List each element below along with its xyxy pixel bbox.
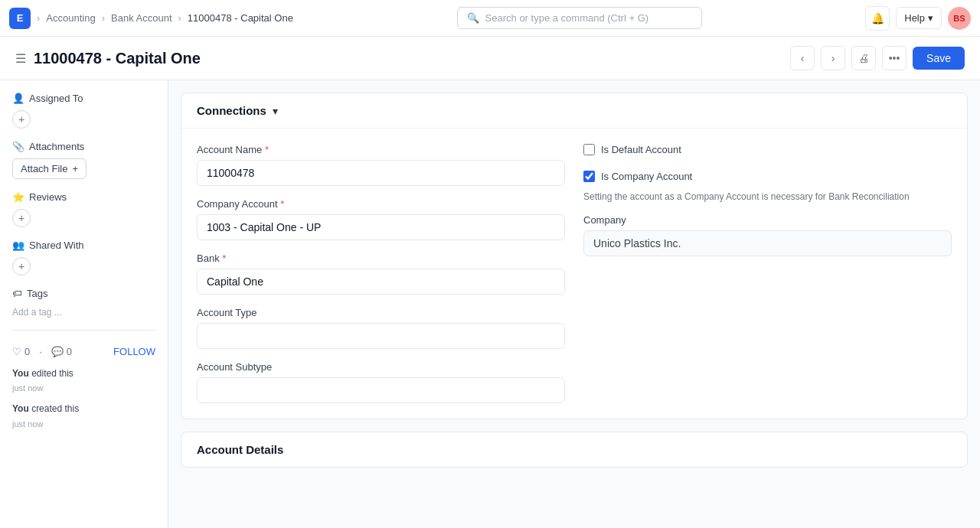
- add-shared-with-button[interactable]: +: [12, 257, 31, 275]
- print-icon: 🖨: [858, 52, 869, 64]
- shared-with-section: 👥 Shared With +: [12, 240, 155, 275]
- breadcrumb-separator-2: ›: [102, 12, 105, 24]
- tags-title: 🏷 Tags: [12, 288, 155, 299]
- search-area: 🔍 Search or type a command (Ctrl + G): [293, 7, 865, 29]
- help-button[interactable]: Help ▾: [896, 7, 942, 29]
- bank-input[interactable]: [197, 269, 565, 295]
- activity-item-2: You created this just now: [12, 402, 155, 431]
- chevron-down-icon: ▾: [928, 12, 933, 24]
- connections-title: Connections: [197, 104, 266, 117]
- next-button[interactable]: ›: [821, 46, 845, 70]
- activity-2-action: created this: [31, 403, 79, 414]
- search-placeholder-text: Search or type a command (Ctrl + G): [485, 12, 649, 24]
- breadcrumb-current: 11000478 - Capital One: [188, 12, 293, 24]
- activity-1-action: edited this: [31, 368, 74, 379]
- help-label: Help: [904, 12, 925, 24]
- notifications-button[interactable]: 🔔: [865, 6, 890, 31]
- company-input[interactable]: [583, 230, 952, 256]
- tags-section: 🏷 Tags Add a tag ...: [12, 288, 155, 318]
- menu-icon[interactable]: ☰: [15, 51, 26, 66]
- follow-button[interactable]: FOLLOW: [113, 346, 155, 357]
- reviews-section: ⭐ Reviews +: [12, 191, 155, 227]
- is-company-account-label: Is Company Account: [601, 171, 692, 182]
- account-subtype-input[interactable]: [197, 377, 565, 403]
- account-type-group: Account Type: [197, 307, 565, 349]
- bank-required: *: [222, 253, 226, 264]
- activity-1-you: You: [12, 368, 29, 379]
- title-area: ☰ 11000478 - Capital One: [15, 50, 201, 67]
- bank-label: Bank *: [197, 253, 565, 264]
- print-button[interactable]: 🖨: [851, 46, 876, 70]
- connections-chevron-icon: ▾: [273, 105, 278, 117]
- company-group: Company: [583, 214, 952, 256]
- attach-file-button[interactable]: Attach File +: [12, 158, 87, 179]
- account-type-input[interactable]: [197, 323, 565, 349]
- account-name-required: *: [265, 144, 269, 155]
- person-icon: 👤: [12, 93, 24, 104]
- company-account-input[interactable]: [197, 214, 565, 240]
- is-default-account-label: Is Default Account: [601, 144, 681, 155]
- search-bar[interactable]: 🔍 Search or type a command (Ctrl + G): [457, 7, 702, 29]
- plus-icon: +: [72, 163, 78, 174]
- bank-group: Bank *: [197, 253, 565, 295]
- account-details-header[interactable]: Account Details: [181, 432, 967, 467]
- sidebar: 👤 Assigned To + 📎 Attachments Attach Fil…: [0, 80, 168, 528]
- is-company-account-checkbox[interactable]: [583, 171, 595, 182]
- breadcrumb-separator-1: ›: [37, 12, 40, 24]
- is-company-account-hint: Setting the account as a Company Account…: [583, 191, 952, 202]
- page-actions: ‹ › 🖨 ••• Save: [790, 46, 965, 70]
- reviews-title: ⭐ Reviews: [12, 191, 155, 203]
- is-company-account-row: Is Company Account: [583, 171, 952, 182]
- chevron-right-icon: ›: [831, 52, 835, 64]
- connections-card-header[interactable]: Connections ▾: [181, 93, 967, 129]
- activity-1-time: just now: [12, 383, 43, 393]
- attach-file-label: Attach File: [21, 163, 67, 174]
- is-default-account-checkbox[interactable]: [583, 144, 595, 155]
- connections-form-left: Account Name * Company Account *: [197, 144, 565, 403]
- is-default-account-group: Is Default Account: [583, 144, 952, 158]
- sidebar-divider: [12, 330, 155, 331]
- account-name-group: Account Name *: [197, 144, 565, 186]
- attachments-section: 📎 Attachments Attach File +: [12, 141, 155, 179]
- comments-count: 0: [67, 346, 72, 357]
- save-button[interactable]: Save: [913, 47, 965, 70]
- topnav-right-actions: 🔔 Help ▾ BS: [865, 6, 971, 31]
- add-review-button[interactable]: +: [12, 209, 31, 227]
- company-account-label: Company Account *: [197, 198, 565, 210]
- is-default-account-row: Is Default Account: [583, 144, 952, 155]
- heart-icon: ♡: [12, 346, 21, 357]
- comments-area[interactable]: 💬 0: [51, 346, 72, 357]
- main-layout: 👤 Assigned To + 📎 Attachments Attach Fil…: [0, 80, 980, 528]
- activity-item-1: You edited this just now: [12, 367, 155, 396]
- likes-count: 0: [24, 346, 30, 357]
- account-type-label: Account Type: [197, 307, 565, 318]
- more-options-button[interactable]: •••: [882, 46, 906, 70]
- connections-form-grid: Account Name * Company Account *: [197, 144, 952, 403]
- company-account-group: Company Account *: [197, 198, 565, 240]
- activity-2-time: just now: [12, 419, 43, 429]
- account-details-title: Account Details: [197, 443, 283, 456]
- add-assigned-to-button[interactable]: +: [12, 110, 31, 129]
- tag-icon: 🏷: [12, 288, 22, 299]
- avatar[interactable]: BS: [948, 7, 971, 30]
- account-details-card: Account Details: [181, 432, 968, 468]
- connections-card-body: Account Name * Company Account *: [181, 129, 967, 419]
- breadcrumb-area: E › Accounting › Bank Account › 11000478…: [9, 8, 293, 29]
- breadcrumb-bank-account[interactable]: Bank Account: [111, 12, 172, 24]
- assigned-to-section: 👤 Assigned To +: [12, 93, 155, 129]
- account-name-input[interactable]: [197, 160, 565, 186]
- breadcrumb-separator-3: ›: [178, 12, 181, 24]
- sidebar-footer: ♡ 0 · 💬 0 FOLLOW You edited this just no…: [12, 340, 155, 432]
- connections-form-right: Is Default Account Is Company Account Se…: [583, 144, 952, 403]
- add-tag-text[interactable]: Add a tag ...: [12, 307, 62, 318]
- likes-area[interactable]: ♡ 0: [12, 346, 30, 357]
- chevron-left-icon: ‹: [801, 52, 805, 64]
- activity-2-you: You: [12, 403, 29, 414]
- prev-button[interactable]: ‹: [790, 46, 815, 70]
- page-title: 11000478 - Capital One: [34, 50, 201, 67]
- ellipsis-icon: •••: [889, 52, 900, 64]
- page-header: ☰ 11000478 - Capital One ‹ › 🖨 ••• Save: [0, 37, 980, 80]
- app-icon[interactable]: E: [9, 8, 31, 29]
- breadcrumb-accounting[interactable]: Accounting: [46, 12, 95, 24]
- bell-icon: 🔔: [871, 12, 884, 24]
